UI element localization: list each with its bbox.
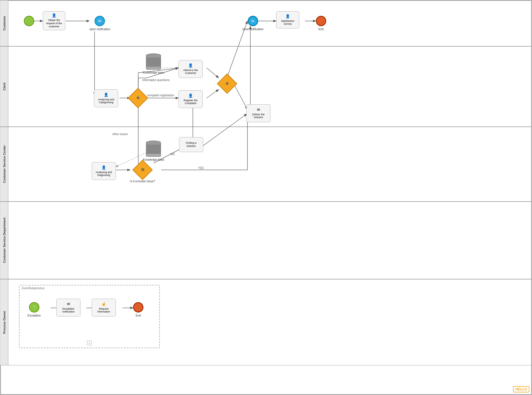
user-icon: 👤 <box>52 13 56 18</box>
lane-csc-label: Customer Service Center <box>0 127 8 201</box>
datastore-1 <box>146 53 161 70</box>
diagram-wrapper: ➤ Customer Clerk Customer Service Center… <box>0 0 532 395</box>
user-icon-attend: 👤 <box>188 63 193 68</box>
edge-label-complaint-registration: complaint registration <box>147 94 174 97</box>
lane-customer-label: Customer <box>0 1 8 46</box>
knowledge-base-2: Knowledge base <box>143 141 164 162</box>
end-event-po: End <box>133 302 143 317</box>
cursor-icon: ☝ <box>101 302 106 307</box>
close-notification-event: ✉ close notification <box>242 16 264 31</box>
analyzing-diagnosing-task[interactable]: 👤 Analyzing and Diagnosing <box>92 162 116 180</box>
lane-csc: Customer Service Center <box>0 127 532 202</box>
lane-clerk-label: Clerk <box>0 47 8 126</box>
deliver-solution-task[interactable]: ✉ Deliver the Solution <box>246 104 270 122</box>
satisfaction-survey-task[interactable]: 👤 Satisfaction Survey <box>276 11 299 28</box>
attend-customer-task[interactable]: 👤 Attend to the Customer <box>178 60 203 78</box>
escalation-event: ⌃ Escalation <box>28 302 41 317</box>
open-notification-event: ✉ open notification <box>89 16 110 31</box>
datastore-2 <box>146 141 161 157</box>
register-complaint-task[interactable]: 👤 Register the Complaint <box>178 90 203 108</box>
lane-csd-label: Customer Service Department <box>0 202 8 279</box>
user-icon-register: 👤 <box>188 93 193 98</box>
finding-solution-task[interactable]: Finding a Solution <box>179 137 203 152</box>
user-icon-survey: 👤 <box>285 14 290 19</box>
x-icon: ✕ <box>141 167 145 173</box>
plus-icon-2: + <box>225 80 229 87</box>
obtain-request-task[interactable]: 👤 Obtain the request of the customer <box>43 11 65 30</box>
start-event-circle <box>24 16 34 26</box>
subprocess-minus-icon: − <box>87 341 92 345</box>
analyzing-categorizing-task[interactable]: 👤 Analyzing and Categorizing <box>94 89 118 107</box>
lane-po-label: Process Owner <box>0 279 8 365</box>
hello-badge: HELLO <box>513 386 529 392</box>
gateway-plus-2: + <box>219 76 235 91</box>
end-event-circle-po <box>133 302 143 312</box>
edge-label-info-questions: information questions <box>142 78 170 82</box>
escalation-notification-task[interactable]: ✉ Escalation notification <box>56 299 80 317</box>
edge-label-no: NO <box>170 153 175 156</box>
user-icon-diagnosing: 👤 <box>101 165 106 170</box>
knowledge-base-1: Knowledge base <box>143 53 164 74</box>
edge-label-other-issues: other issues <box>112 133 128 136</box>
lane-customer: Customer <box>0 0 532 46</box>
request-information-task[interactable]: ☝ Request information <box>92 299 116 317</box>
gateway-plus-1: + <box>130 90 146 106</box>
subprocess-label: EventSubprocess <box>22 287 44 290</box>
user-icon-analyzing: 👤 <box>104 93 108 97</box>
edge-label-yes: YES <box>198 166 204 170</box>
message-icon-close: ✉ <box>248 16 258 26</box>
end-event-customer: End <box>316 16 326 31</box>
plus-icon-1: + <box>136 94 140 102</box>
message-icon: ✉ <box>95 16 105 26</box>
end-event-circle-customer <box>316 16 326 26</box>
start-event <box>24 16 34 26</box>
gateway-x: ✕ is it a known issue? <box>130 162 155 183</box>
message-icon-deliver: ✉ <box>257 108 260 112</box>
lane-csd: Customer Service Department <box>0 202 532 279</box>
message-icon-escalation: ✉ <box>67 302 70 307</box>
